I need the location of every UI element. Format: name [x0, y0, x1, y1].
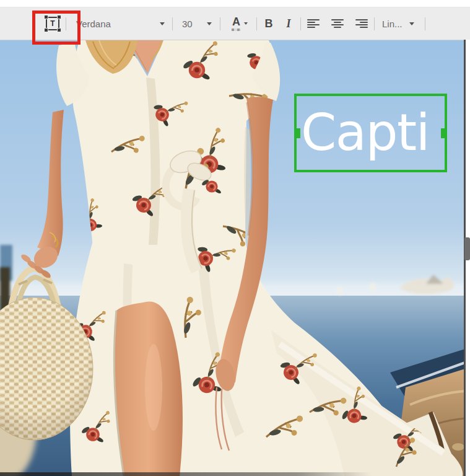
caret-down-icon	[207, 22, 212, 25]
toolbar-divider	[300, 17, 301, 30]
align-center-icon[interactable]	[331, 19, 344, 29]
text-tool-glyph: T	[50, 19, 54, 28]
handle-dot	[44, 28, 48, 32]
toolbar-divider	[256, 17, 257, 30]
align-left-icon[interactable]	[307, 19, 320, 29]
window-top-strip	[0, 0, 470, 7]
font-size-value: 30	[182, 19, 193, 29]
toolbar-divider	[172, 17, 173, 30]
caption-selection-box[interactable]	[294, 94, 447, 172]
handle-dot	[57, 15, 61, 19]
resize-handle-right[interactable]	[441, 128, 446, 138]
sailboat	[369, 283, 376, 293]
photo-canvas[interactable]: Capti	[0, 40, 465, 476]
photo-bottom-shadow	[0, 472, 372, 476]
text-format-toolbar: T Verdana 30 A B I Lin...	[0, 7, 470, 40]
caret-down-icon	[244, 22, 248, 25]
text-box-tool-icon[interactable]: T	[46, 17, 59, 30]
bold-button[interactable]: B	[261, 17, 277, 30]
handle-dot	[44, 15, 48, 19]
align-right-icon[interactable]	[355, 19, 368, 29]
italic-button[interactable]: I	[281, 17, 297, 30]
font-family-select[interactable]: Verdana	[76, 19, 165, 29]
toolbar-divider	[425, 17, 425, 30]
line-style-select[interactable]: Lin...	[382, 19, 414, 29]
handle-dot	[57, 28, 61, 32]
sailboat	[337, 286, 343, 295]
scrollbar-thumb[interactable]	[464, 237, 470, 260]
resize-handle-left[interactable]	[295, 128, 300, 138]
caret-down-icon	[409, 22, 414, 25]
font-size-select[interactable]: 30	[182, 19, 212, 29]
line-style-value: Lin...	[382, 19, 403, 29]
text-color-icon: A	[232, 16, 241, 31]
toolbar-divider	[220, 17, 220, 30]
caret-down-icon	[160, 22, 165, 25]
toolbar-divider	[66, 17, 66, 30]
text-color-button[interactable]: A	[232, 16, 248, 31]
toolbar-divider	[374, 17, 375, 30]
font-family-value: Verdana	[76, 19, 111, 29]
